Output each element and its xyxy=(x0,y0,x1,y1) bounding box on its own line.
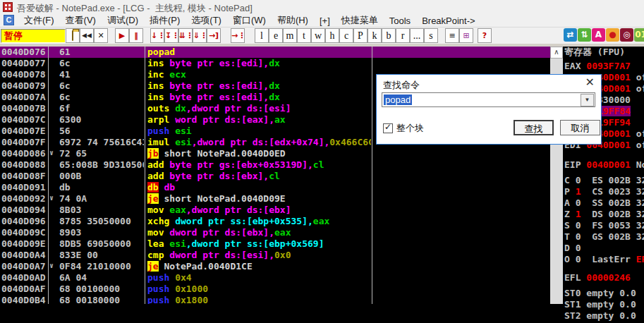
rewind-button[interactable]: ◀◀ xyxy=(80,28,94,43)
close-icon[interactable]: ✕ xyxy=(585,76,595,89)
letter-button-c[interactable]: c xyxy=(339,28,353,43)
disasm-address: 0040D08F xyxy=(1,171,46,181)
disasm-row[interactable]: 0040D091dbdb db xyxy=(0,182,550,193)
letter-button-k[interactable]: k xyxy=(367,28,382,43)
letter-button-t[interactable]: t xyxy=(297,28,311,43)
menu-item-plus[interactable]: [+] xyxy=(314,16,336,26)
goto-button[interactable]: →⋮ xyxy=(231,28,245,43)
disasm-row[interactable]: 0040D0AF68 00100000push 0x1000 xyxy=(0,284,550,295)
register-row[interactable]: A 0 SS 002B 32bit xyxy=(564,197,644,209)
step-into-button[interactable]: ↓⋮ xyxy=(150,28,164,43)
disasm-row[interactable]: 0040D09C8903mov dword ptr ds:[ebx],eax xyxy=(0,227,550,238)
step-over-button[interactable]: ↧⋮ xyxy=(164,28,178,43)
disasm-row[interactable]: 0040D092∨74 0Aje short NotePad.0040D09E xyxy=(0,193,550,205)
disasm-bytes: 65:008B 9D310500 xyxy=(59,159,144,170)
find-button[interactable]: 查找 xyxy=(514,120,554,135)
register-row[interactable]: EIP 0040D001 NotePad.0040D001 xyxy=(564,159,644,171)
letter-button-r[interactable]: r xyxy=(396,28,410,43)
disasm-text: je short NotePad.0040D09E xyxy=(147,193,371,204)
scroll-up-button[interactable]: ∧ xyxy=(550,47,563,59)
open-file-button[interactable] xyxy=(66,28,80,43)
disasm-address: 0040D0AF xyxy=(1,284,46,294)
trace-into-button[interactable]: ⇊⋮ xyxy=(178,28,193,43)
register-row[interactable]: T 0 GS 002B 32bit xyxy=(564,231,644,243)
menu-item-shortcut-menu[interactable]: 快捷菜单 xyxy=(336,14,384,27)
menu-item-tools[interactable]: Tools xyxy=(384,16,416,26)
letter-button-P[interactable]: P xyxy=(353,28,367,43)
disasm-address: 0040D092 xyxy=(1,193,46,204)
register-row[interactable]: C 0 ES 002B 32bit xyxy=(564,175,644,186)
disasm-row[interactable]: 0040D08F000Badd byte ptr ds:[ebx],cl xyxy=(0,171,550,182)
till-return-button[interactable]: →] xyxy=(207,28,221,43)
cancel-button[interactable]: 取消 xyxy=(560,120,600,135)
disasm-bytes: 8785 35050000 xyxy=(59,216,144,226)
register-row[interactable]: S 0 FS 0053 32bit xyxy=(564,220,644,231)
run-button[interactable]: ▶ xyxy=(115,28,129,43)
letter-button-h[interactable]: h xyxy=(325,28,339,43)
command-input-value[interactable]: popad xyxy=(384,95,412,105)
windows-button[interactable]: ⊞ xyxy=(459,28,473,43)
disasm-row[interactable]: 0040D0776cins byte ptr es:[edi],dx xyxy=(0,58,550,69)
register-row[interactable]: EAX 0093F7A7 xyxy=(564,61,644,72)
breakpoint-list-button[interactable]: ≡ xyxy=(445,28,459,43)
disasm-row[interactable]: 0040D0AD6A 04push 0x4 xyxy=(0,272,550,284)
letter-button-s[interactable]: s xyxy=(424,28,438,43)
chevron-down-icon[interactable]: ▼ xyxy=(581,94,594,106)
disasm-bytes: 6A 04 xyxy=(59,272,144,283)
menu-item-file[interactable]: 文件(F) xyxy=(18,14,60,27)
menu-item-debug[interactable]: 调试(D) xyxy=(102,14,144,27)
letter-button-m[interactable]: m xyxy=(283,28,297,43)
disasm-address: 0040D094 xyxy=(1,205,46,215)
target-icon[interactable]: ◎ xyxy=(620,28,633,42)
cpu-window-icon[interactable]: C xyxy=(4,15,14,25)
letter-button-e[interactable]: e xyxy=(269,28,283,43)
column-separator[interactable] xyxy=(145,47,145,304)
disasm-text: je NotePad.0040D1CE xyxy=(147,261,371,272)
disasm-row[interactable]: 0040D0948B03mov eax,dword ptr ds:[ebx] xyxy=(0,205,550,216)
command-combobox[interactable]: popad ▼ xyxy=(382,92,595,107)
register-row[interactable]: D 0 xyxy=(564,243,644,254)
help-button[interactable]: ? xyxy=(478,28,492,43)
letter-button-l[interactable]: l xyxy=(255,28,269,43)
disasm-bytes: 6972 74 75616C43 xyxy=(59,137,144,147)
menu-item-help[interactable]: 帮助(H) xyxy=(272,14,314,27)
register-row[interactable]: 寄存器 (FPU) xyxy=(564,47,644,58)
disasm-row[interactable]: 0040D07661popad xyxy=(0,47,550,58)
letter-button-...[interactable]: ... xyxy=(410,28,424,43)
register-row[interactable]: EFL 00000246 xyxy=(564,272,644,284)
column-separator[interactable] xyxy=(48,47,49,304)
disasm-row[interactable]: 0040D0B468 00180000push 0x1800 xyxy=(0,295,550,304)
binary-icon[interactable]: 01 xyxy=(634,28,644,42)
letter-button-w[interactable]: w xyxy=(311,28,325,43)
letter-button-b[interactable]: b xyxy=(382,28,396,43)
register-row[interactable]: P 1 CS 0023 32bit xyxy=(564,186,644,197)
disasm-row[interactable]: 0040D0A4833E 00cmp dword ptr ds:[esi],0x… xyxy=(0,250,550,261)
pause-button[interactable]: ‖ xyxy=(129,28,143,43)
entire-block-checkbox[interactable]: ✓ xyxy=(383,123,393,133)
disasm-text: lea esi,dword ptr ss:[ebp+0x569] xyxy=(147,238,371,249)
assemble-icon[interactable]: A xyxy=(592,28,605,42)
disasm-bytes: 41 xyxy=(59,69,144,80)
menu-item-breakpoint[interactable]: BreakPoint-> xyxy=(416,16,481,26)
menu-bar: C 文件(F)查看(V)调试(D)插件(P)选项(T)窗口(W)帮助(H)[+]… xyxy=(0,14,644,27)
disasm-row[interactable]: 0040D086∨72 65jb short NotePad.0040D0ED xyxy=(0,148,550,159)
disasm-row[interactable]: 0040D0968785 35050000xchg dword ptr ss:[… xyxy=(0,216,550,227)
menu-item-options[interactable]: 选项(T) xyxy=(186,14,227,27)
menu-item-window[interactable]: 窗口(W) xyxy=(227,14,272,27)
register-row[interactable]: Z 1 DS 002B 32bit xyxy=(564,209,644,220)
disasm-row[interactable]: 0040D08865:008B 9D310500add byte ptr gs:… xyxy=(0,159,550,171)
record-icon[interactable]: ● xyxy=(606,28,619,42)
disasm-row[interactable]: 0040D09E8DB5 69050000lea esi,dword ptr s… xyxy=(0,238,550,250)
disasm-row[interactable]: 0040D0A7∨0F84 21010000je NotePad.0040D1C… xyxy=(0,261,550,272)
register-row[interactable]: ST2 empty 0.0 xyxy=(564,310,644,322)
menu-item-plugins[interactable]: 插件(P) xyxy=(144,14,186,27)
menu-item-view[interactable]: 查看(V) xyxy=(60,14,102,27)
register-row[interactable]: ST0 empty 0.0 xyxy=(564,288,644,299)
register-row[interactable]: O 0 LastErr ERROR_SUCCESS xyxy=(564,254,644,265)
column-separator[interactable] xyxy=(372,47,372,304)
updown-icon[interactable]: ⇅ xyxy=(578,28,591,42)
sync-icon[interactable]: ⇄ xyxy=(564,28,577,42)
register-row[interactable]: ST1 empty 0.0 xyxy=(564,299,644,310)
trace-over-button[interactable]: ⇓⋮ xyxy=(193,28,207,43)
close-process-button[interactable]: ✕ xyxy=(94,28,108,43)
